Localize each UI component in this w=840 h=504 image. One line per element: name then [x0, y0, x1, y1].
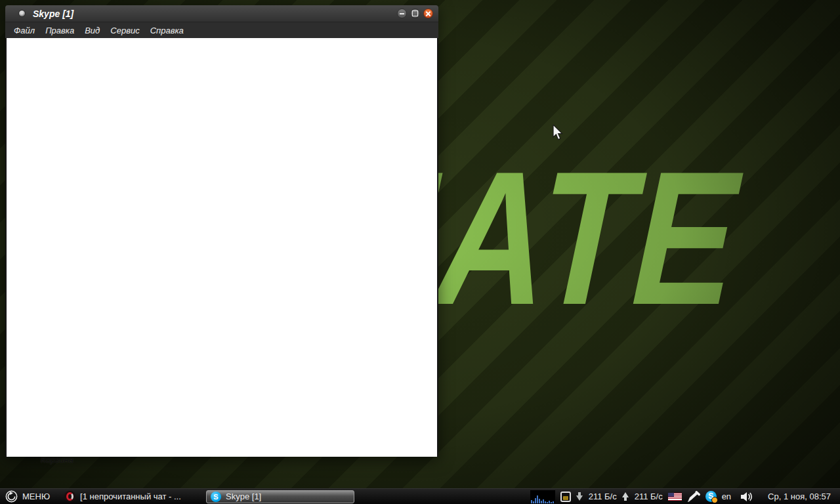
download-speed: 211 Б/с [589, 492, 617, 501]
menu-tools[interactable]: Сервис [110, 26, 139, 35]
task-label: Skype [1] [226, 492, 261, 501]
skype-icon: S [211, 492, 221, 502]
skype-tray-icon[interactable]: S [705, 491, 717, 502]
taskbar-task-skype[interactable]: S Skype [1] [206, 490, 354, 503]
upload-arrow-icon [622, 492, 629, 501]
maximize-button[interactable] [410, 9, 420, 18]
window-icon [18, 10, 26, 17]
close-button[interactable] [423, 9, 433, 18]
main-menu-label: МЕНЮ [22, 492, 50, 501]
mate-menu-icon [5, 490, 18, 503]
task-label: [1 непрочитанный чат - ... [80, 492, 181, 501]
minimize-button[interactable] [397, 9, 407, 18]
window-content-area [7, 38, 437, 457]
menu-help[interactable]: Справка [150, 26, 184, 35]
keyboard-layout-indicator[interactable]: en [722, 492, 731, 501]
window-controls [397, 9, 433, 18]
volume-icon[interactable] [740, 492, 753, 502]
main-menu-button[interactable]: МЕНЮ [5, 490, 50, 503]
system-tray: 211 Б/с 211 Б/с S en Ср, 1 ноя, 08:57 [530, 490, 835, 503]
us-flag-icon[interactable] [668, 493, 682, 501]
menu-view[interactable]: Вид [85, 26, 100, 35]
download-arrow-icon [576, 492, 583, 501]
window-title: Skype [1] [33, 9, 74, 19]
network-connection-icon[interactable] [560, 492, 571, 502]
menu-edit[interactable]: Правка [45, 26, 74, 35]
skype-window: Skype [1] Файл Правка Вид Сервис Справка [5, 5, 438, 457]
opera-icon [64, 491, 75, 502]
window-titlebar[interactable]: Skype [1] [5, 5, 438, 22]
taskbar: МЕНЮ [1 непрочитанный чат - ... S Skype … [0, 488, 840, 504]
menu-file[interactable]: Файл [14, 26, 35, 35]
upload-speed: 211 Б/с [635, 492, 663, 501]
desktop: MATE Корзина Skype [1] Файл Правка Вид С… [0, 0, 840, 504]
network-graph-applet[interactable] [530, 490, 555, 503]
clock[interactable]: Ср, 1 ноя, 08:57 [768, 492, 831, 501]
taskbar-task-opera[interactable]: [1 непрочитанный чат - ... [64, 491, 197, 502]
window-menubar: Файл Правка Вид Сервис Справка [5, 22, 438, 38]
brush-icon[interactable] [687, 491, 700, 503]
